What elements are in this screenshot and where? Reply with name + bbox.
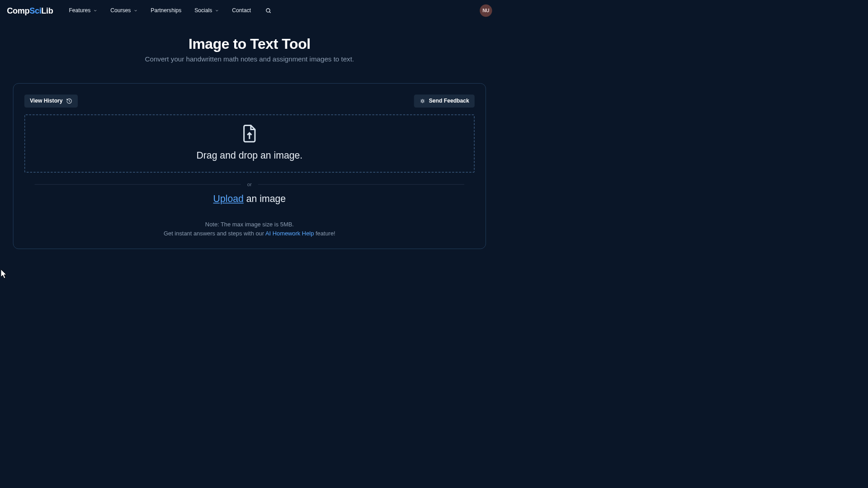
svg-line-1 [269,12,271,13]
nav-left: CompSciLib Features Courses Partnerships [7,6,271,15]
nav-socials[interactable]: Socials [194,8,219,14]
view-history-label: View History [30,98,63,104]
note-line-1: Note: The max image size is 5MB. [24,220,475,229]
avatar[interactable]: NU [480,5,492,17]
nav-partnerships-label: Partnerships [151,8,181,14]
chevron-down-icon [215,9,219,13]
svg-line-9 [421,102,421,103]
dropzone[interactable]: Drag and drop an image. [24,114,475,173]
chevron-down-icon [133,9,137,13]
nav-courses-label: Courses [110,8,131,14]
svg-line-8 [424,102,424,103]
nav-courses[interactable]: Courses [110,8,137,14]
homework-help-link[interactable]: AI Homework Help [265,230,314,236]
note-line-2: Get instant answers and steps with our A… [24,229,475,238]
divider-text: or [247,182,252,188]
bug-icon [420,98,426,104]
svg-line-7 [421,99,421,100]
svg-line-10 [424,99,424,100]
page-subtitle: Convert your handwritten math notes and … [145,56,354,63]
main-content: Image to Text Tool Convert your handwrit… [0,21,499,249]
logo-part-comp: Comp [7,6,29,15]
nav-partnerships[interactable]: Partnerships [151,8,181,14]
send-feedback-button[interactable]: Send Feedback [414,94,474,108]
upload-card: View History Send Feedback [13,83,486,249]
nav-links: Features Courses Partnerships Socials [69,8,271,14]
card-header: View History Send Feedback [24,94,475,108]
search-icon[interactable] [265,8,272,14]
note-line-2b: feature! [314,230,335,236]
nav-features[interactable]: Features [69,8,97,14]
history-icon [66,98,72,104]
svg-point-0 [266,9,270,12]
file-upload-icon [241,124,258,144]
top-nav: CompSciLib Features Courses Partnerships [0,0,499,21]
upload-link[interactable]: Upload [213,193,244,204]
nav-contact-label: Contact [232,8,251,14]
nav-socials-label: Socials [194,8,212,14]
chevron-down-icon [93,9,97,13]
dropzone-text: Drag and drop an image. [196,150,302,161]
nav-contact[interactable]: Contact [232,8,251,14]
page-title: Image to Text Tool [189,36,311,52]
divider-line-right [258,184,465,185]
logo[interactable]: CompSciLib [7,6,53,15]
view-history-button[interactable]: View History [24,94,78,108]
upload-rest: an image [244,193,286,204]
note-block: Note: The max image size is 5MB. Get ins… [24,220,475,238]
nav-features-label: Features [69,8,90,14]
upload-prompt: Upload an image [24,193,475,204]
note-line-2a: Get instant answers and steps with our [164,230,265,236]
send-feedback-label: Send Feedback [429,98,469,104]
logo-part-sci: Sci [29,6,41,15]
svg-point-2 [421,100,424,102]
logo-part-lib: Lib [41,6,53,15]
divider-line-left [35,184,241,185]
divider: or [35,182,465,188]
avatar-initials: NU [482,8,489,13]
